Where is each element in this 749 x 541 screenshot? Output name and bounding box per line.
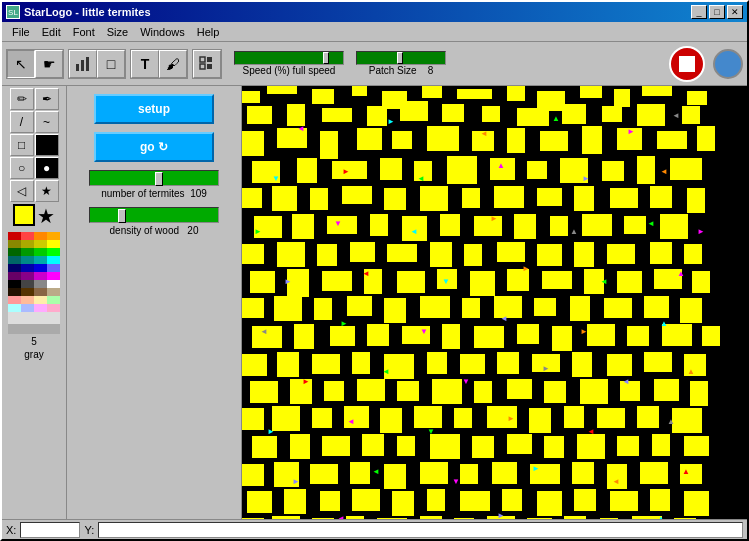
color-cell[interactable] — [47, 232, 60, 240]
menu-size[interactable]: Size — [101, 24, 134, 40]
color-cell[interactable] — [8, 248, 21, 256]
speed-slider[interactable] — [234, 51, 344, 65]
svg-rect-108 — [692, 271, 710, 293]
box-tool-btn[interactable]: □ — [97, 50, 125, 78]
color-cell[interactable] — [8, 312, 60, 324]
svg-rect-187 — [242, 464, 264, 486]
color-cell[interactable] — [34, 264, 47, 272]
stamp-btn[interactable]: ★ — [35, 180, 59, 202]
svg-text:►: ► — [582, 174, 590, 183]
svg-rect-13 — [422, 86, 442, 98]
x-label: X: — [6, 524, 16, 536]
text-tool-btn[interactable]: T — [131, 50, 159, 78]
color-cell[interactable] — [47, 296, 60, 304]
ellipse-fill-btn[interactable]: ● — [35, 157, 59, 179]
termites-slider[interactable] — [89, 170, 219, 186]
color-cell[interactable] — [21, 296, 34, 304]
stop-button[interactable] — [669, 46, 705, 82]
svg-rect-45 — [697, 126, 715, 151]
svg-rect-205 — [427, 489, 445, 511]
svg-rect-185 — [652, 434, 670, 456]
termites-slider-ctrl: number of termites 109 — [89, 170, 219, 199]
color-cell[interactable] — [34, 288, 47, 296]
color-cell[interactable] — [47, 304, 60, 312]
color-cell[interactable] — [21, 304, 34, 312]
menu-edit[interactable]: Edit — [36, 24, 67, 40]
color-cell[interactable] — [34, 272, 47, 280]
chart-tool-btn[interactable] — [69, 50, 97, 78]
svg-rect-207 — [502, 489, 522, 511]
maximize-button[interactable]: □ — [709, 5, 725, 19]
color-cell[interactable] — [21, 232, 34, 240]
fg-color[interactable] — [13, 204, 35, 226]
color-cell[interactable] — [8, 272, 21, 280]
color-cell[interactable] — [21, 288, 34, 296]
color-cell[interactable] — [47, 240, 60, 248]
grid-tool-btn[interactable] — [193, 50, 221, 78]
svg-rect-184 — [617, 436, 639, 456]
svg-rect-121 — [680, 298, 702, 323]
color-cell[interactable] — [21, 272, 34, 280]
go-button[interactable]: go ↻ — [94, 132, 214, 162]
color-cell[interactable] — [47, 248, 60, 256]
svg-rect-142 — [497, 352, 519, 374]
menu-windows[interactable]: Windows — [134, 24, 191, 40]
svg-rect-194 — [492, 462, 517, 484]
brush-btn[interactable]: ~ — [35, 111, 59, 133]
svg-rect-90 — [497, 242, 525, 262]
color-cell[interactable] — [34, 248, 47, 256]
globe-button[interactable] — [713, 49, 743, 79]
svg-rect-55 — [602, 161, 624, 181]
color-cell[interactable] — [21, 264, 34, 272]
pencil-btn[interactable]: ✏ — [10, 88, 34, 110]
color-cell[interactable] — [34, 232, 47, 240]
arrow2-btn[interactable]: ◁ — [10, 180, 34, 202]
color-cell[interactable] — [8, 264, 21, 272]
color-cell[interactable] — [47, 264, 60, 272]
color-cell[interactable] — [8, 232, 21, 240]
color-cell[interactable] — [47, 288, 60, 296]
svg-rect-214 — [272, 516, 300, 519]
color-cell[interactable] — [21, 240, 34, 248]
color-cell[interactable] — [8, 324, 60, 334]
line-btn[interactable]: / — [10, 111, 34, 133]
hand-tool-btn[interactable]: ☛ — [35, 50, 63, 78]
color-cell[interactable] — [47, 272, 60, 280]
patch-slider[interactable] — [356, 51, 446, 65]
arrow-tool-btn[interactable]: ↖ — [7, 50, 35, 78]
close-button[interactable]: ✕ — [727, 5, 743, 19]
ellipse-empty-btn[interactable]: ○ — [10, 157, 34, 179]
color-cell[interactable] — [21, 256, 34, 264]
color-cell[interactable] — [8, 288, 21, 296]
tool-group-1: ↖ ☛ — [6, 49, 64, 79]
color-cell[interactable] — [34, 304, 47, 312]
menu-help[interactable]: Help — [191, 24, 226, 40]
color-cell[interactable] — [47, 256, 60, 264]
color-cell[interactable] — [8, 304, 21, 312]
color-cell[interactable] — [8, 296, 21, 304]
rect-empty-btn[interactable]: □ — [10, 134, 34, 156]
svg-rect-21 — [247, 106, 272, 124]
color-cell[interactable] — [8, 256, 21, 264]
svg-rect-57 — [670, 158, 702, 180]
svg-text:◄: ◄ — [347, 417, 355, 426]
svg-rect-177 — [362, 434, 384, 456]
density-slider[interactable] — [89, 207, 219, 223]
setup-button[interactable]: setup — [94, 94, 214, 124]
svg-rect-127 — [442, 324, 460, 349]
rect-fill-btn[interactable]: ■ — [35, 134, 59, 156]
color-cell[interactable] — [21, 280, 34, 288]
color-cell[interactable] — [47, 280, 60, 288]
color-cell[interactable] — [34, 256, 47, 264]
menu-file[interactable]: File — [6, 24, 36, 40]
color-cell[interactable] — [34, 240, 47, 248]
color-cell[interactable] — [21, 248, 34, 256]
color-cell[interactable] — [34, 280, 47, 288]
color-cell[interactable] — [8, 240, 21, 248]
eyedrop-btn[interactable]: ✒ — [35, 88, 59, 110]
color-cell[interactable] — [34, 296, 47, 304]
paint-tool-btn[interactable]: 🖌 — [159, 50, 187, 78]
menu-font[interactable]: Font — [67, 24, 101, 40]
minimize-button[interactable]: _ — [691, 5, 707, 19]
color-cell[interactable] — [8, 280, 21, 288]
